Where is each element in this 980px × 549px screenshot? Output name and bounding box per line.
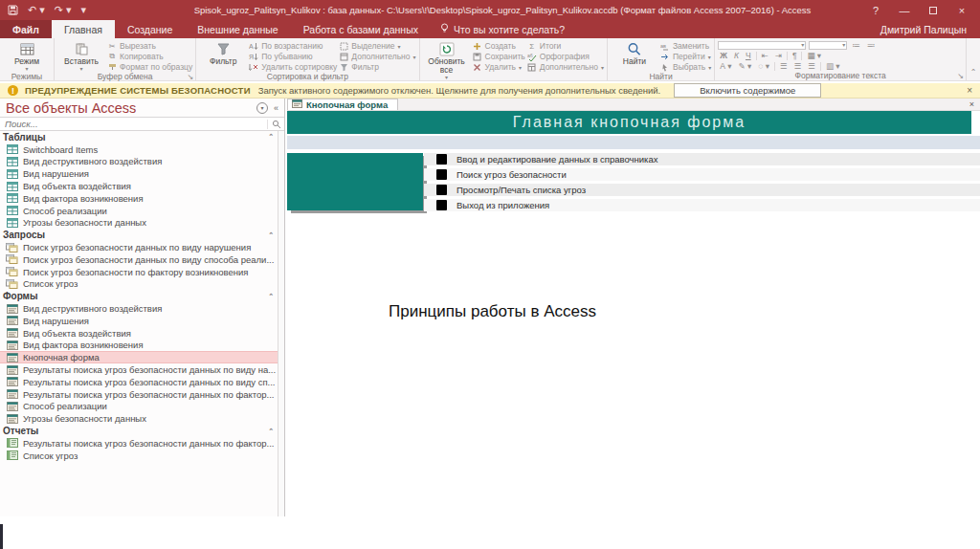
customize-qat-icon[interactable]: ▾ <box>81 5 87 15</box>
tab-file[interactable]: Файл <box>0 20 52 38</box>
nav-item[interactable]: Способ реализации <box>0 205 278 217</box>
ribbon-button-вырезать[interactable]: ✂Вырезать <box>107 41 192 51</box>
nav-item-label: Вид деструктивного воздействия <box>23 303 162 314</box>
increase-indent-icon[interactable]: ⇥ <box>773 51 784 60</box>
nav-item[interactable]: Вид объекта воздействия <box>0 180 278 192</box>
fill-color-icon[interactable]: ◌ ▾ <box>756 61 771 71</box>
tell-me-box[interactable]: Что вы хотите сделать? <box>431 20 574 38</box>
ribbon-button-копировать[interactable]: ⧉Копировать <box>107 52 192 61</box>
nav-item[interactable]: Вид деструктивного воздействия <box>0 302 278 315</box>
nav-section-формы[interactable]: Формы⌃ <box>0 290 278 302</box>
undo-icon[interactable]: ↶ ▾ <box>28 5 45 15</box>
nav-item[interactable]: Вид объекта воздействия <box>0 327 278 340</box>
nav-item[interactable]: Список угроз <box>0 278 278 291</box>
nav-item[interactable]: Способ реализации <box>0 401 278 413</box>
ribbon-button-фильтр[interactable]: Фильтр <box>199 40 247 66</box>
font-size-combo[interactable]: ▾ <box>809 41 847 50</box>
tab-создание[interactable]: Создание <box>115 20 185 38</box>
ribbon-button-итоги[interactable]: ΣИтоги <box>527 41 604 51</box>
nav-item[interactable]: Поиск угроз безопасности по фактору возн… <box>0 266 278 278</box>
ribbon-button-выделение[interactable]: Выделение▾ <box>339 41 415 51</box>
ribbon-button-дополнительно[interactable]: Дополнительно▾ <box>339 52 415 61</box>
switchboard-button[interactable] <box>436 185 447 195</box>
ribbon-button-режим[interactable]: Режим▾ <box>3 40 51 72</box>
align-center-icon[interactable]: ☰ <box>792 61 804 71</box>
nav-item[interactable]: Поиск угроз безопасности данных по виду … <box>0 241 278 253</box>
ribbon-button-удалить-сортировку[interactable]: Удалить сортировку <box>249 62 337 72</box>
nav-item[interactable]: Вид деструктивного воздействия <box>0 156 278 168</box>
nav-item[interactable]: Результаты поиска угроз безопасности дан… <box>0 437 278 450</box>
search-icon[interactable] <box>267 120 284 129</box>
align-right-icon[interactable]: ☰ <box>806 61 817 71</box>
switchboard-button[interactable] <box>436 200 447 210</box>
switchboard-button[interactable] <box>436 154 447 165</box>
ribbon-button-фильтр[interactable]: Фильтр <box>339 62 415 72</box>
nav-item[interactable]: Результаты поиска угроз безопасности дан… <box>0 388 278 401</box>
help-button[interactable]: ? <box>861 0 890 20</box>
ribbon-button-создать[interactable]: Создать <box>473 41 525 51</box>
ribbon-button-орфография[interactable]: абОрфография <box>527 52 604 61</box>
highlight-color-icon[interactable]: ✎ ▾ <box>737 61 754 71</box>
decrease-indent-icon[interactable]: ⇤ <box>760 51 770 60</box>
nav-item[interactable]: Switchboard Items <box>0 143 278 156</box>
switchboard-button[interactable] <box>436 169 447 180</box>
nav-item[interactable]: Вид нарушения <box>0 167 278 180</box>
nav-scrollbar[interactable] <box>278 131 284 516</box>
ribbon-button-формат-по-образцу[interactable]: Формат по образцу <box>107 62 192 72</box>
nav-section-запросы[interactable]: Запросы⌃ <box>0 229 278 241</box>
account-user-name[interactable]: Дмитрий Палицын <box>880 20 980 38</box>
ribbon-button-удалить[interactable]: Удалить▾ <box>473 62 525 72</box>
nav-item[interactable]: Результаты поиска угроз безопасности дан… <box>0 363 278 376</box>
text-direction-icon[interactable]: ¶ <box>791 51 799 60</box>
nav-section-отчеты[interactable]: Отчеты⌃ <box>0 425 278 437</box>
ribbon-button-вставить[interactable]: Вставить▾ <box>57 40 105 72</box>
ribbon-button-сохранить[interactable]: Сохранить <box>473 52 525 61</box>
save-icon[interactable] <box>8 5 18 15</box>
nav-item[interactable]: Вид фактора возникновения <box>0 192 278 205</box>
ribbon-button-дополнительно[interactable]: Дополнительно▾ <box>527 62 604 72</box>
bullets-icon[interactable]: ≔ <box>850 40 862 50</box>
numbering-icon[interactable]: ≕ <box>865 40 878 50</box>
nav-menu-dropdown-icon[interactable]: ▾ <box>256 102 268 114</box>
nav-item[interactable]: Угрозы безопасности данных <box>0 412 278 425</box>
tab-главная[interactable]: Главная <box>52 20 115 38</box>
nav-section-таблицы[interactable]: Таблицы⌃ <box>0 131 278 143</box>
ribbon-button-перейти[interactable]: Перейти▾ <box>660 52 711 61</box>
bold-button[interactable]: Ж <box>718 51 729 60</box>
dialog-launcher-icon[interactable]: ↘ <box>188 73 194 81</box>
enable-content-button[interactable]: Включить содержимое <box>674 83 821 98</box>
close-button[interactable]: × <box>947 0 976 20</box>
ribbon-button-по-убыванию[interactable]: ЯПо убыванию <box>249 52 337 61</box>
document-close-icon[interactable]: × <box>969 99 974 110</box>
ribbon-button-выбрать[interactable]: Выбрать▾ <box>660 62 711 72</box>
nav-item[interactable]: Кнопочная форма <box>0 351 278 363</box>
nav-item[interactable]: Вид фактора возникновения <box>0 340 278 352</box>
dialog-launcher-icon[interactable]: ↘ <box>957 72 964 80</box>
ribbon-button-по-возрастанию[interactable]: АПо возрастанию <box>249 41 337 51</box>
nav-item[interactable]: Поиск угроз безопасности данных по виду … <box>0 253 278 266</box>
nav-item[interactable]: Вид нарушения <box>0 315 278 327</box>
security-bar-close-icon[interactable]: × <box>967 85 972 96</box>
nav-item[interactable]: Список угроз <box>0 450 278 462</box>
nav-item[interactable]: Результаты поиска угроз безопасности дан… <box>0 376 278 388</box>
search-input[interactable] <box>0 119 267 129</box>
minimize-button[interactable]: — <box>890 0 919 20</box>
font-color-icon[interactable]: А ▾ <box>718 61 733 71</box>
ribbon-button-обновить-все[interactable]: Обновить все▾ <box>423 40 471 80</box>
nav-item[interactable]: Угрозы безопасности данных <box>0 217 278 230</box>
align-left-icon[interactable]: ☰ <box>778 61 790 71</box>
collapse-ribbon-icon[interactable]: ⌃ <box>967 38 980 80</box>
italic-button[interactable]: К <box>732 51 741 60</box>
tab-работа-с-базами-данных[interactable]: Работа с базами данных <box>291 20 431 38</box>
font-name-combo[interactable]: ▾ <box>718 41 806 50</box>
gridlines-icon[interactable]: ▦ ▾ <box>805 51 823 60</box>
redo-icon[interactable]: ↷ ▾ <box>55 5 72 15</box>
shutter-bar-collapse-icon[interactable]: « <box>274 103 278 113</box>
underline-button[interactable]: Ч <box>744 51 753 60</box>
maximize-button[interactable] <box>919 0 947 20</box>
ribbon-button-заменить[interactable]: авЗаменить <box>660 41 711 51</box>
ribbon-button-найти[interactable]: Найти <box>611 40 658 66</box>
tab-внешние-данные[interactable]: Внешние данные <box>185 20 290 38</box>
document-tab-switchboard[interactable]: Кнопочная форма <box>287 99 398 110</box>
datasheet-formatting-icon[interactable]: ▥ ▾ <box>824 61 842 71</box>
